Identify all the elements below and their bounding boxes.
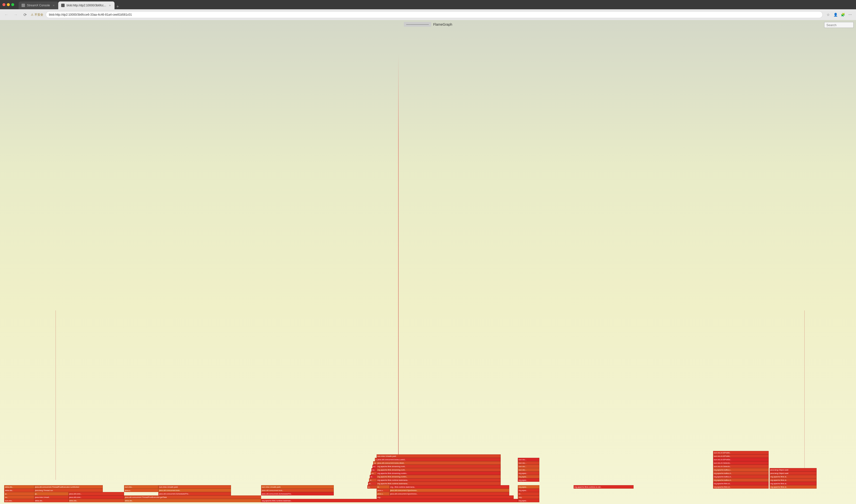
flame-bar[interactable]: ja.. [4,492,34,496]
tab-bar: StreamX Console ✕ blob:http://dp2:10000/… [19,0,121,9]
flame-bar[interactable]: su.. [4,496,34,499]
tab-streamx[interactable]: StreamX Console ✕ [19,1,58,9]
flame-bar[interactable]: sun.nio... [518,468,539,471]
flame-bar[interactable]: ja.. [34,492,69,496]
minimize-button[interactable] [7,3,10,6]
flame-bar[interactable]: org.apache.kafka.cl.. [713,475,769,478]
flame-bar[interactable]: java.lang.Object.wait [770,468,817,471]
flame-bar[interactable]: org.apache.flink.st.. [713,482,769,485]
flame-bar[interactable]: org.apache.flink.st.. [770,482,817,485]
flame-bar[interactable]: org.apache.flink.streaming.runti.. [377,468,501,471]
flame-bar[interactable]: org.apache.flink.st.. [713,485,769,489]
flame-bar[interactable]: sun.mis.. [124,485,158,489]
flame-bar[interactable]: org.apache.flink.runtime.io.net.. [573,485,634,489]
extension-button[interactable]: 🧩 [840,12,846,18]
flame-bar[interactable]: akka.dis.. [4,485,34,489]
flame-bar[interactable]: org.. [518,496,539,499]
bookmark-button[interactable]: ☆ [825,12,831,18]
tab-blob[interactable]: blob:http://dp2:10000/3b6fcc... ✕ [58,1,114,9]
flame-bar[interactable]: org.apache.flink.streaming.runtim.. [377,471,501,475]
flame-bar[interactable]: sun.nio.ch.Selecto.. [713,461,769,465]
flame-bar[interactable]: java.u.. [377,492,389,496]
flame-bar[interactable]: or.. [377,485,389,489]
nav-bar: ← → ⟳ ⚠ 不安全 blob:http://dp2:10000/3b6fcc… [0,9,856,20]
flame-bar[interactable]: java.lang.Thread.run [34,489,103,492]
flame-bar[interactable]: java.util.concurrent.lock.. [261,489,334,492]
flames-area: su..su..su..su.su..or..or..or..or..sun.m… [0,93,856,504]
flame-bar[interactable]: sun.nio... [518,458,539,461]
tab-label-streamx: StreamX Console [27,4,50,7]
flame-bar[interactable]: sun.nio.ch.EPollSe.. [713,458,769,461]
flame-bar[interactable]: org.apac.. [518,475,539,478]
traffic-lights [2,3,14,6]
flame-bar[interactable]: org.apache.flink.st.. [770,475,817,478]
flame-bar[interactable]: org.apache.flink.st.. [770,485,817,489]
flame-bar[interactable]: or.. [518,492,539,496]
title-bar: StreamX Console ✕ blob:http://dp2:10000/… [0,0,856,9]
flame-bar[interactable]: org.apac.. [518,489,539,492]
flame-bar[interactable]: java.util.concurrent.locks.Abstr.. [377,461,501,465]
profile-button[interactable]: 👤 [833,12,838,18]
flame-bar[interactable]: java.u.. [377,489,389,492]
flamegraph-container: ────────── FlameGraph su..su..su..su.su.… [0,20,856,504]
flame-bar[interactable]: org.apache.flink.streaming.runti.. [377,465,501,468]
reload-button[interactable]: ⟳ [21,11,29,18]
flame-bar[interactable]: akka.dis.. [4,489,34,492]
flame-bar[interactable]: java.util.concurrent.Synchrono.. [390,492,510,496]
flame-bar[interactable]: org.apache.flink.st.. [770,478,817,482]
flame-bar[interactable]: sun.misc.Unsafe.park [377,454,501,458]
flame-bar[interactable]: java.util.concurrent.Synchrono.. [390,489,510,492]
flame-bar[interactable]: java.util.concurrent.ThreadPoolExecutor.… [124,496,261,499]
security-indicator: ⚠ 不安全 [31,13,43,17]
flame-bar[interactable]: sun.nio... [518,465,539,468]
flame-bar[interactable]: sun.nio.ch.EPollAr.. [713,451,769,454]
tab-add-button[interactable]: + [115,4,121,9]
flame-bar[interactable]: org.apache.flink.runtime.taskmana.. [377,478,501,482]
flame-bar[interactable]: org.apac.. [518,478,539,482]
flame-bar[interactable]: org.apac.. [518,499,539,502]
flame-bar[interactable]: org...flink.runtime.taskmana.. [390,485,510,489]
flame-bar[interactable]: sun.nio.ch.EPollAr.. [713,454,769,458]
tab-close-streamx[interactable]: ✕ [52,4,55,7]
flame-bar[interactable]: java.util.concurrent.locks.LockS.. [377,458,501,461]
tab-label-blob: blob:http://dp2:10000/3b6fcc... [67,4,106,7]
flame-bar[interactable]: java.lang.Object.wait [770,471,817,475]
security-icon: ⚠ [31,13,34,16]
flame-bar[interactable]: sun.nio... [518,461,539,465]
browser-chrome: StreamX Console ✕ blob:http://dp2:10000/… [0,0,856,20]
flame-bar[interactable]: org.. [377,496,514,499]
flame-bar[interactable]: akka.dis.. [34,499,69,502]
flame-bar[interactable]: org.apache.kafka.c.. [713,468,769,471]
flame-bar[interactable]: java.util.concurrent.ScheduledThr.. [158,492,231,496]
flame-bar[interactable]: java.util.concurrent.lock.. [158,489,231,492]
more-button[interactable]: ⋯ [847,12,853,18]
close-button[interactable] [2,3,5,6]
flame-bar[interactable]: sun.mis.. [4,499,34,502]
flame-bar[interactable]: sun.misc.Unsafe.park [158,485,231,489]
tab-close-blob[interactable]: ✕ [108,4,112,7]
flame-bar[interactable]: org.apache.kafka.cl.. [713,471,769,475]
flame-bar[interactable]: org.apache.kafka.cl.. [713,478,769,482]
flame-bar[interactable]: java.util.concurrent.ScheduledThr.. [261,492,334,496]
back-button[interactable]: ← [3,11,10,18]
flame-bar[interactable]: org.apache.flink.runtime.taskmana.. [377,482,501,485]
forward-button[interactable]: → [12,11,19,18]
flame-bar[interactable]: java.util.conc.. [69,496,124,499]
flame-bar[interactable]: sun.misc.Unsafe.park [261,485,334,489]
flame-bar[interactable]: java.util.conc.. [69,492,124,496]
url-bar[interactable]: blob:http://dp2:10000/3b6fcce6-33aa-4c46… [46,11,823,18]
flame-bar[interactable]: org.apache.flink.runtime.taskman.. [261,499,518,502]
maximize-button[interactable] [11,3,14,6]
flame-bar[interactable]: org.apac.. [518,471,539,475]
nav-actions: ☆ 👤 🧩 ⋯ [825,12,853,18]
flame-bar[interactable]: akka.dis.. [124,499,261,502]
tab-favicon-streamx [21,4,25,7]
flame-bar[interactable]: akka.dis.. [69,499,124,502]
flame-bar[interactable]: java.util.concurrent.ThreadPoolExecutor.… [34,485,103,489]
flame-bar[interactable]: java.misc.Unsaf.. [34,496,69,499]
flame-bar[interactable]: org.apac.. [518,485,539,489]
flame-bar[interactable]: java.u.. [124,489,158,492]
search-input[interactable] [824,22,854,28]
flame-bar[interactable]: sun.nio.ch.Selecto.. [713,465,769,468]
flame-bar[interactable]: org.apache.flink.streaming.runtim.. [377,475,501,478]
